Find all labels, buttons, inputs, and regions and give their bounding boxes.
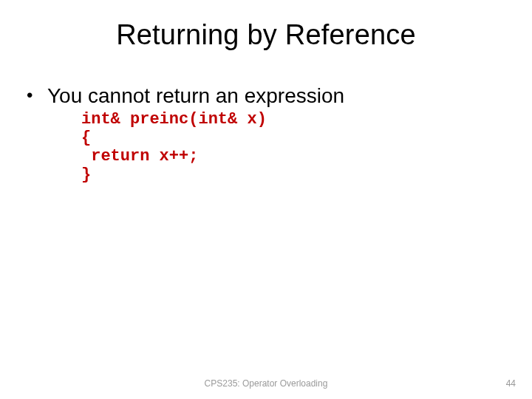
slide: Returning by Reference • You cannot retu… (0, 0, 532, 399)
page-number: 44 (506, 378, 516, 389)
bullet-text: You cannot return an expression (47, 83, 344, 109)
code-line-2: { (81, 129, 91, 147)
slide-content: • You cannot return an expression int& p… (0, 83, 532, 185)
bullet-item: • You cannot return an expression (27, 83, 532, 109)
footer-course: CPS235: Operator Overloading (205, 378, 328, 389)
code-line-4: } (81, 166, 91, 184)
slide-title: Returning by Reference (0, 19, 532, 51)
code-line-1: int& preinc(int& x) (81, 110, 267, 129)
code-line-3: return x++; (81, 147, 198, 166)
code-block: int& preinc(int& x) { return x++; } (81, 110, 532, 185)
bullet-mark: • (27, 83, 47, 107)
